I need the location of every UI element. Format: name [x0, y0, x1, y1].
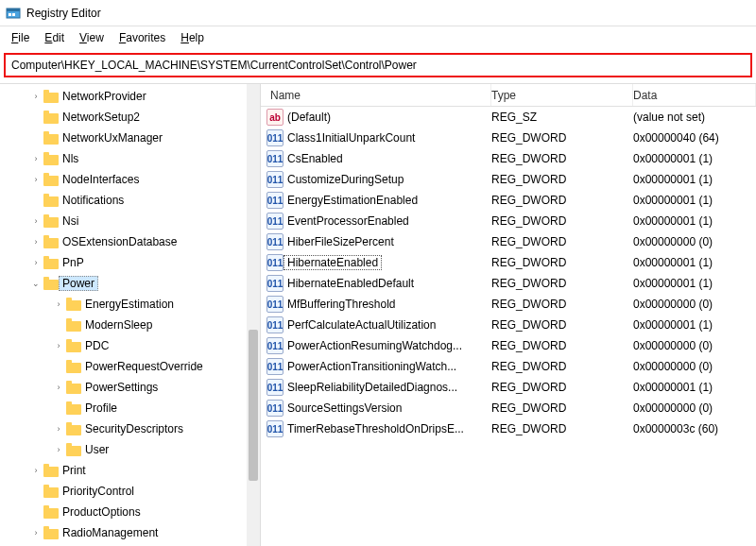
value-row[interactable]: 011HiberFileSizePercentREG_DWORD0x000000…: [261, 231, 756, 252]
tree-item-nsi[interactable]: ›Nsi: [0, 211, 260, 231]
address-bar[interactable]: Computer\HKEY_LOCAL_MACHINE\SYSTEM\Curre…: [4, 53, 752, 77]
folder-icon: [43, 235, 59, 248]
tree-item-label: RadioManagement: [62, 526, 158, 539]
tree-item-notifications[interactable]: Notifications: [0, 190, 260, 211]
expander-icon[interactable]: ›: [53, 445, 64, 454]
expander-icon[interactable]: ›: [30, 528, 42, 537]
value-name-cell[interactable]: 011MfBufferingThreshold: [261, 296, 491, 313]
column-name[interactable]: Name: [261, 84, 491, 106]
tree-item-securitydescriptors[interactable]: ›SecurityDescriptors: [0, 418, 260, 439]
tree-item-energyestimation[interactable]: ›EnergyEstimation: [0, 294, 260, 315]
value-name-cell[interactable]: 011PerfCalculateActualUtilization: [261, 316, 491, 333]
value-row[interactable]: 011SourceSettingsVersionREG_DWORD0x00000…: [261, 398, 756, 418]
tree-item-powerrequestoverride[interactable]: PowerRequestOverride: [0, 356, 260, 377]
value-name: EnergyEstimationEnabled: [287, 194, 418, 207]
tree-item-power[interactable]: ⌄Power: [0, 273, 260, 294]
expander-icon[interactable]: ›: [30, 92, 42, 101]
content-area: ›NetworkProviderNetworkSetup2NetworkUxMa…: [0, 83, 756, 546]
menu-edit[interactable]: Edit: [37, 29, 72, 46]
tree-item-networkprovider[interactable]: ›NetworkProvider: [0, 86, 260, 107]
column-data[interactable]: Data: [633, 84, 756, 106]
tree-item-osextensiondatabase[interactable]: ›OSExtensionDatabase: [0, 231, 260, 252]
value-row[interactable]: 011SleepReliabilityDetailedDiagnos...REG…: [261, 377, 756, 398]
tree-scrollbar[interactable]: [247, 84, 260, 546]
menu-file[interactable]: File: [4, 29, 37, 46]
tree-item-label: NetworkSetup2: [62, 111, 140, 124]
value-row[interactable]: 011MfBufferingThresholdREG_DWORD0x000000…: [261, 294, 756, 315]
expander-icon[interactable]: ›: [53, 299, 64, 309]
expander-icon[interactable]: ›: [30, 216, 42, 226]
tree-item-nodeinterfaces[interactable]: ›NodeInterfaces: [0, 169, 260, 190]
column-type[interactable]: Type: [491, 84, 633, 106]
value-row[interactable]: 011PowerActionTransitioningWatch...REG_D…: [261, 356, 756, 377]
value-row[interactable]: 011CsEnabledREG_DWORD0x00000001 (1): [261, 148, 756, 169]
value-type: REG_DWORD: [491, 401, 633, 415]
value-name-cell[interactable]: 011TimerRebaseThresholdOnDripsE...: [261, 420, 491, 437]
expander-icon[interactable]: ›: [53, 383, 64, 392]
expander-icon[interactable]: ›: [53, 424, 64, 434]
tree-item-powersettings[interactable]: ›PowerSettings: [0, 377, 260, 398]
value-name-cell[interactable]: 011SleepReliabilityDetailedDiagnos...: [261, 379, 491, 396]
tree-item-label: ModernSleep: [85, 318, 152, 332]
value-name-cell[interactable]: 011CsEnabled: [261, 150, 491, 167]
value-row[interactable]: 011CustomizeDuringSetupREG_DWORD0x000000…: [261, 169, 756, 190]
tree-item-pnp[interactable]: ›PnP: [0, 252, 260, 273]
expander-icon[interactable]: ›: [30, 237, 42, 247]
list-header[interactable]: Name Type Data: [261, 84, 756, 107]
value-row[interactable]: 011EventProcessorEnabledREG_DWORD0x00000…: [261, 211, 756, 231]
value-row[interactable]: 011PerfCalculateActualUtilizationREG_DWO…: [261, 315, 756, 335]
value-type: REG_DWORD: [491, 298, 633, 311]
value-name-cell[interactable]: 011EventProcessorEnabled: [261, 213, 491, 230]
dword-value-icon: 011: [266, 192, 284, 209]
expander-icon[interactable]: ›: [30, 258, 42, 267]
tree-item-productoptions[interactable]: ProductOptions: [0, 502, 260, 522]
tree-item-profile[interactable]: Profile: [0, 398, 260, 418]
value-data: 0x00000001 (1): [633, 381, 756, 394]
tree-item-prioritycontrol[interactable]: PriorityControl: [0, 481, 260, 502]
value-name-cell[interactable]: 011EnergyEstimationEnabled: [261, 192, 491, 209]
value-data: (value not set): [633, 111, 756, 124]
expander-icon[interactable]: ›: [30, 154, 42, 163]
expander-icon[interactable]: ›: [30, 175, 42, 184]
value-row[interactable]: 011Class1InitialUnparkCountREG_DWORD0x00…: [261, 128, 756, 148]
tree-item-networksetup2[interactable]: NetworkSetup2: [0, 107, 260, 128]
value-row[interactable]: 011TimerRebaseThresholdOnDripsE...REG_DW…: [261, 418, 756, 439]
tree-item-radiomanagement[interactable]: ›RadioManagement: [0, 522, 260, 543]
value-name-cell[interactable]: 011PowerActionResumingWatchdog...: [261, 337, 491, 354]
tree-scrollbar-thumb[interactable]: [249, 330, 258, 481]
tree-item-user[interactable]: ›User: [0, 439, 260, 460]
value-row[interactable]: 011EnergyEstimationEnabledREG_DWORD0x000…: [261, 190, 756, 211]
value-name-cell[interactable]: 011SourceSettingsVersion: [261, 400, 491, 417]
value-name-cell[interactable]: 011HibernateEnabled: [261, 254, 491, 271]
value-data: 0x00000001 (1): [633, 318, 756, 332]
folder-icon: [66, 318, 81, 332]
value-row[interactable]: 011HibernateEnabledDefaultREG_DWORD0x000…: [261, 273, 756, 294]
value-name-cell[interactable]: 011HiberFileSizePercent: [261, 233, 491, 250]
value-name-cell[interactable]: 011PowerActionTransitioningWatch...: [261, 358, 491, 375]
value-row[interactable]: ab(Default)REG_SZ(value not set): [261, 107, 756, 128]
tree-item-label: SecurityDescriptors: [85, 422, 183, 435]
tree-item-nls[interactable]: ›Nls: [0, 148, 260, 169]
value-row[interactable]: 011HibernateEnabledREG_DWORD0x00000001 (…: [261, 252, 756, 273]
value-name-cell[interactable]: ab(Default): [261, 109, 491, 126]
menu-view[interactable]: View: [72, 29, 112, 46]
value-name: Class1InitialUnparkCount: [287, 131, 415, 145]
dword-value-icon: 011: [266, 316, 284, 333]
value-name-cell[interactable]: 011Class1InitialUnparkCount: [261, 129, 491, 146]
tree-item-label: Notifications: [62, 194, 124, 207]
tree-item-print[interactable]: ›Print: [0, 460, 260, 481]
tree-item-networkuxmanager[interactable]: NetworkUxManager: [0, 128, 260, 148]
value-name-cell[interactable]: 011CustomizeDuringSetup: [261, 171, 491, 188]
tree-item-modernsleep[interactable]: ModernSleep: [0, 315, 260, 335]
menubar: File Edit View Favorites Help: [0, 26, 756, 49]
dword-value-icon: 011: [266, 358, 284, 375]
value-name-cell[interactable]: 011HibernateEnabledDefault: [261, 275, 491, 292]
value-row[interactable]: 011PowerActionResumingWatchdog...REG_DWO…: [261, 335, 756, 356]
tree-item-pdc[interactable]: ›PDC: [0, 335, 260, 356]
expander-icon[interactable]: ›: [53, 341, 64, 350]
expander-icon[interactable]: ⌄: [30, 279, 42, 288]
menu-help[interactable]: Help: [173, 29, 212, 46]
expander-icon[interactable]: ›: [30, 466, 42, 475]
tree-panel[interactable]: ›NetworkProviderNetworkSetup2NetworkUxMa…: [0, 84, 261, 546]
menu-favorites[interactable]: Favorites: [112, 29, 173, 46]
